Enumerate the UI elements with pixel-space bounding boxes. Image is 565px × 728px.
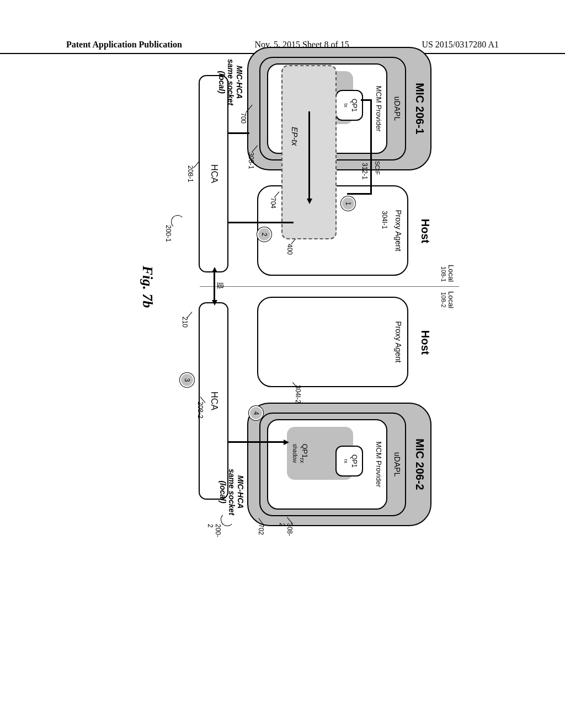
ep-arrowhead <box>307 199 312 204</box>
mic1-to-hca <box>228 132 249 134</box>
mic2-mcm-label: MCM Provider <box>375 420 383 508</box>
mic1-title: MIC 206-1 <box>413 48 426 169</box>
ref-200-1: 200-1 <box>164 225 172 242</box>
ib-arrow-r <box>212 300 217 306</box>
scif-v2 <box>347 193 372 195</box>
hook-200-2 <box>221 513 234 526</box>
mic2-qp-sub: rx <box>343 459 349 463</box>
ref-400: 400 <box>286 244 294 255</box>
michca-r-2: same socket <box>227 469 236 515</box>
mic2-udapl-label: uDAPL <box>393 414 402 515</box>
ref-3041-2: 304l-2 <box>294 385 302 403</box>
local-left-line2: 108-1 <box>440 265 447 282</box>
step-3: 3 <box>180 373 194 387</box>
mic1-qp-sub: tx <box>343 103 349 107</box>
michca-l-1: MIC-HCA <box>235 66 244 99</box>
ref-312-1: 312-1 <box>361 163 369 180</box>
mic2-qp: QP1 rx <box>335 446 363 477</box>
ref-208-2: 208-2 <box>196 402 204 419</box>
host1-proxy-label: Proxy Agent <box>394 186 403 275</box>
ref-3041-1: 304l-1 <box>381 211 388 229</box>
host-block-2: Host Proxy Agent <box>249 297 431 388</box>
local-right-line1: Local <box>447 291 455 308</box>
ref-308-1: 308-1 <box>247 152 255 169</box>
mic2-udapl: uDAPL MCM Provider QP1rx shadow QP1 rx <box>259 413 406 516</box>
host2-proxy: Proxy Agent <box>257 297 408 387</box>
michca-l-2: same socket <box>226 59 235 105</box>
scif-h <box>370 99 372 194</box>
ib-arrow-l <box>212 267 217 272</box>
hca2-up <box>228 441 285 443</box>
figure-rotated: Local 108-1 Local 108-2 MIC 206-1 uDAPL … <box>106 44 459 529</box>
step-1: 1 <box>341 196 355 211</box>
mic1-qp: QP1 tx <box>335 90 363 121</box>
ref-200-2: 200-2 <box>206 524 222 537</box>
local-right-line2: 108-2 <box>440 291 447 308</box>
lead-210 <box>187 312 193 318</box>
divider-line <box>200 286 459 287</box>
mic-block-2: MIC 206-2 uDAPL MCM Provider QP1rx shado… <box>247 403 431 526</box>
ref-308-2: 308-2 <box>278 523 294 536</box>
ref-700: 700 <box>239 113 247 124</box>
scif-label: SCIF <box>374 161 381 175</box>
step-4: 4 <box>249 406 263 420</box>
ref-704: 704 <box>269 197 277 208</box>
ep-label: EP-tx <box>290 127 299 146</box>
mic2-shadow-name: QP1 <box>301 443 309 458</box>
mic2-qp-name: QP1 <box>350 454 358 468</box>
mic1-qp-name: QP1 <box>350 99 358 112</box>
patent-page: Patent Application Publication Nov. 5, 2… <box>0 0 565 728</box>
host2-title: Host <box>419 297 431 388</box>
diagram: Local 108-1 Local 108-2 MIC 206-1 uDAPL … <box>106 44 459 529</box>
local-label-right: Local 108-2 <box>440 291 455 308</box>
hca2-up-head <box>284 440 289 445</box>
mic2-mcm: MCM Provider QP1rx shadow QP1 rx <box>267 419 387 510</box>
ref-210: 210 <box>181 317 189 328</box>
mic-block-1: MIC 206-1 uDAPL MCM Provider QP1tx shado… <box>247 47 431 170</box>
michca-r-1: MIC-HCA <box>236 475 245 509</box>
host1-title: Host <box>419 185 431 277</box>
mic2-shadow-label: QP1rx shadow <box>291 432 308 474</box>
host2-proxy-label: Proxy Agent <box>394 298 403 386</box>
michca-right: MIC-HCA same socket (local) <box>218 469 245 515</box>
ref-702: 702 <box>257 524 265 535</box>
michca-left: MIC-HCA same socket (local) <box>217 59 244 105</box>
ep-arrow <box>308 111 310 200</box>
mic2-shadow-word: shadow <box>292 444 298 463</box>
ib-link <box>214 271 216 301</box>
hook-200-1 <box>171 215 184 228</box>
host1-to-hca <box>228 222 294 223</box>
step-2: 2 <box>257 227 271 242</box>
michca-r-3: (local) <box>218 480 227 503</box>
michca-l-3: (local) <box>217 71 226 93</box>
local-label-left: Local 108-1 <box>440 265 455 282</box>
local-left-line1: Local <box>447 265 455 282</box>
mic1-udapl-label: uDAPL <box>393 58 402 159</box>
lead-208-1 <box>194 162 199 168</box>
mic2-title: MIC 206-2 <box>413 404 426 525</box>
mic1-mcm-label: MCM Provider <box>375 65 383 153</box>
mic2-shadow-sub: rx <box>299 458 306 463</box>
figure-label: Fig. 7b <box>139 266 156 308</box>
ref-208-1: 208-1 <box>186 165 194 183</box>
ib-label: IB <box>217 282 225 288</box>
